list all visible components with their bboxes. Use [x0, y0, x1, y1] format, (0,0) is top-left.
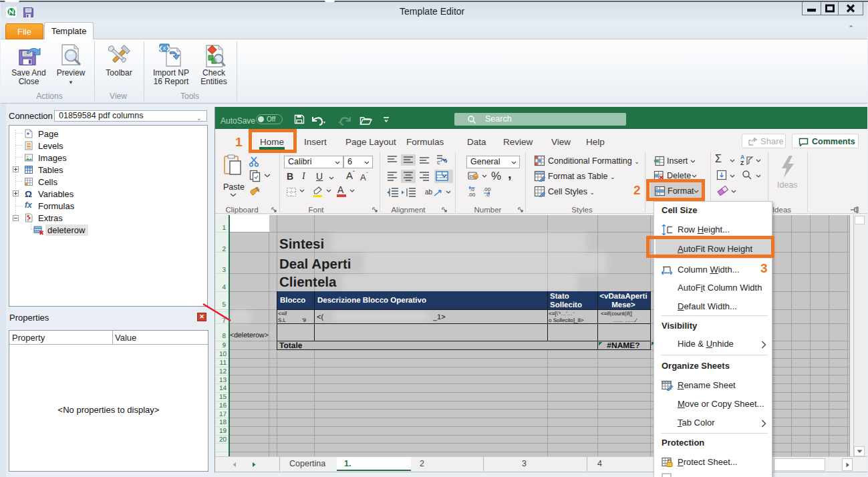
svg-text:#NAME?: #NAME? [607, 341, 639, 350]
svg-text:S.L: S.L [278, 317, 287, 323]
svg-text:Z: Z [740, 160, 744, 166]
svg-text:11: 11 [220, 359, 227, 367]
svg-text:Sintesi: Sintesi [279, 236, 324, 252]
svg-text:Stato: Stato [550, 293, 569, 301]
svg-text:o Sollecito]_8>: o Sollecito]_8> [549, 317, 584, 323]
svg-text:18: 18 [219, 419, 227, 426]
svg-text:20: 20 [219, 436, 227, 444]
svg-text:Clientela: Clientela [279, 275, 337, 290]
svg-text:5: 5 [222, 301, 226, 309]
svg-text:Sollecito: Sollecito [550, 301, 582, 309]
svg-text:7: 7 [222, 317, 226, 325]
svg-text:<deleterow>: <deleterow> [230, 331, 269, 339]
svg-text:Deal Aperti: Deal Aperti [279, 257, 351, 272]
svg-text:<vDataAperti: <vDataAperti [599, 293, 647, 301]
svg-text:❮x❯: ❮x❯ [158, 45, 171, 52]
svg-text:.00: .00 [468, 192, 476, 198]
svg-text:19: 19 [219, 428, 227, 435]
svg-text:ab: ab [425, 188, 433, 196]
svg-text:10: 10 [219, 351, 227, 358]
svg-text:12: 12 [219, 368, 227, 375]
svg-text:4: 4 [222, 284, 226, 291]
svg-text:17: 17 [219, 411, 227, 418]
svg-text:16: 16 [219, 402, 227, 410]
svg-text:13: 13 [219, 377, 227, 384]
svg-text:_1>: _1> [432, 313, 446, 321]
svg-text:8: 8 [222, 333, 226, 340]
svg-text:3: 3 [222, 267, 226, 274]
svg-text:Descrizione Blocco Operativo: Descrizione Blocco Operativo [317, 297, 426, 305]
svg-text:2: 2 [222, 246, 226, 253]
svg-text:<(: <( [317, 313, 323, 321]
svg-text:9: 9 [222, 342, 226, 349]
svg-text:<=[\ʽˣ…ʹ…⁻: <=[\ʽˣ…ʹ…⁻ [549, 311, 575, 317]
svg-text:c: c [437, 159, 440, 166]
svg-text:1: 1 [222, 224, 226, 232]
svg-text:Blocco: Blocco [280, 297, 305, 305]
svg-text:15: 15 [219, 393, 227, 401]
svg-text:…… ……∕: …… ……∕ [613, 317, 637, 323]
svg-text:Mese>: Mese> [611, 301, 635, 309]
svg-text:Totale: Totale [279, 341, 303, 350]
svg-text:14: 14 [219, 385, 227, 392]
svg-text:<=if: <=if [278, 311, 287, 317]
svg-text:<=if(count(if([: <=if(count(if([ [601, 311, 633, 317]
svg-text:'9: '9 [302, 317, 307, 323]
